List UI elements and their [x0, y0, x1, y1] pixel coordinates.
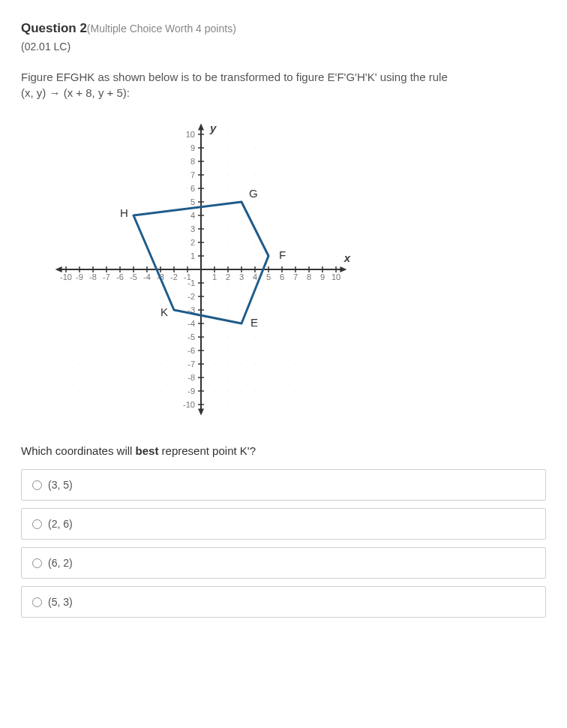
- svg-point-367: [322, 309, 322, 310]
- svg-point-6: [65, 323, 66, 323]
- svg-point-353: [308, 215, 309, 215]
- svg-point-127: [146, 309, 147, 310]
- svg-point-123: [146, 363, 147, 364]
- svg-point-22: [79, 377, 80, 378]
- question-code: (02.01 LC): [21, 41, 546, 53]
- svg-point-237: [227, 161, 228, 161]
- svg-point-71: [106, 242, 106, 242]
- svg-point-201: [214, 390, 214, 391]
- choice-option[interactable]: (2, 6): [21, 508, 546, 540]
- svg-point-84: [119, 350, 120, 350]
- svg-point-168: [173, 296, 174, 296]
- choice-option[interactable]: (3, 5): [21, 469, 546, 501]
- svg-point-220: [227, 404, 228, 405]
- svg-point-154: [160, 201, 160, 202]
- svg-point-234: [227, 201, 228, 202]
- svg-point-103: [133, 363, 134, 364]
- svg-point-302: [281, 377, 282, 378]
- svg-point-26: [79, 323, 80, 323]
- svg-point-364: [322, 350, 322, 350]
- svg-point-337: [295, 161, 296, 161]
- svg-point-239: [227, 134, 228, 134]
- svg-point-196: [187, 174, 188, 175]
- svg-point-393: [335, 215, 336, 215]
- svg-point-240: [241, 404, 242, 405]
- svg-point-344: [308, 350, 309, 350]
- svg-point-319: [281, 134, 282, 134]
- svg-point-295: [268, 188, 268, 188]
- svg-point-148: [160, 296, 160, 296]
- svg-point-315: [281, 188, 282, 188]
- question-body: Figure EFGHK as shown below is to be tra…: [21, 69, 546, 101]
- svg-point-198: [187, 147, 188, 148]
- svg-point-17: [65, 161, 66, 161]
- svg-point-366: [322, 323, 322, 323]
- svg-text:6: 6: [190, 184, 195, 193]
- svg-point-157: [160, 161, 160, 161]
- choice-label: (2, 6): [48, 518, 73, 530]
- svg-text:-6: -6: [188, 346, 195, 355]
- svg-point-194: [187, 201, 188, 202]
- svg-point-360: [322, 404, 322, 405]
- svg-point-216: [214, 174, 214, 175]
- choice-label: (3, 5): [48, 479, 73, 491]
- svg-point-380: [335, 404, 336, 405]
- svg-point-176: [173, 174, 174, 175]
- svg-point-323: [295, 363, 296, 364]
- svg-point-191: [187, 242, 188, 242]
- svg-point-31: [79, 242, 80, 242]
- svg-point-177: [173, 161, 174, 161]
- svg-text:4: 4: [190, 211, 195, 220]
- svg-point-7: [65, 309, 66, 310]
- svg-point-19: [65, 134, 66, 134]
- svg-point-41: [92, 390, 93, 391]
- radio-icon: [32, 480, 42, 490]
- svg-point-369: [322, 282, 322, 283]
- svg-point-67: [106, 309, 106, 310]
- svg-point-136: [146, 174, 147, 175]
- svg-point-312: [281, 228, 282, 229]
- svg-point-301: [281, 390, 282, 391]
- prompt-bold: best: [136, 444, 159, 457]
- svg-point-206: [214, 323, 214, 323]
- svg-text:7: 7: [190, 170, 195, 179]
- svg-point-340: [308, 404, 309, 405]
- svg-point-345: [308, 336, 309, 337]
- svg-point-282: [268, 377, 268, 378]
- svg-text:8: 8: [190, 157, 195, 166]
- svg-text:2: 2: [190, 238, 195, 247]
- svg-point-86: [119, 323, 120, 323]
- svg-point-339: [295, 134, 296, 134]
- svg-point-135: [146, 188, 147, 188]
- svg-point-58: [92, 147, 93, 148]
- radio-icon: [32, 597, 42, 607]
- svg-point-1: [65, 390, 66, 391]
- svg-point-274: [254, 201, 255, 202]
- svg-point-223: [227, 363, 228, 364]
- svg-point-218: [214, 147, 214, 148]
- svg-point-329: [295, 282, 296, 283]
- svg-point-143: [160, 363, 160, 364]
- svg-point-138: [146, 147, 147, 148]
- svg-text:H: H: [120, 206, 128, 219]
- svg-point-144: [160, 350, 160, 350]
- svg-point-361: [322, 390, 322, 391]
- svg-point-350: [308, 255, 309, 256]
- svg-point-370: [322, 255, 322, 256]
- svg-point-292: [268, 228, 268, 229]
- svg-point-14: [65, 201, 66, 202]
- svg-point-271: [254, 242, 255, 242]
- choice-option[interactable]: (5, 3): [21, 586, 546, 618]
- svg-text:-5: -5: [130, 272, 137, 281]
- svg-point-145: [160, 336, 160, 337]
- svg-text:-10: -10: [60, 272, 72, 281]
- svg-point-56: [92, 174, 93, 175]
- svg-point-247: [241, 309, 242, 310]
- svg-point-398: [335, 147, 336, 148]
- svg-point-129: [146, 282, 147, 283]
- svg-text:-1: -1: [188, 278, 195, 287]
- svg-text:-10: -10: [183, 400, 195, 409]
- svg-point-291: [268, 242, 268, 242]
- svg-point-378: [322, 147, 322, 148]
- choice-option[interactable]: (6, 2): [21, 547, 546, 579]
